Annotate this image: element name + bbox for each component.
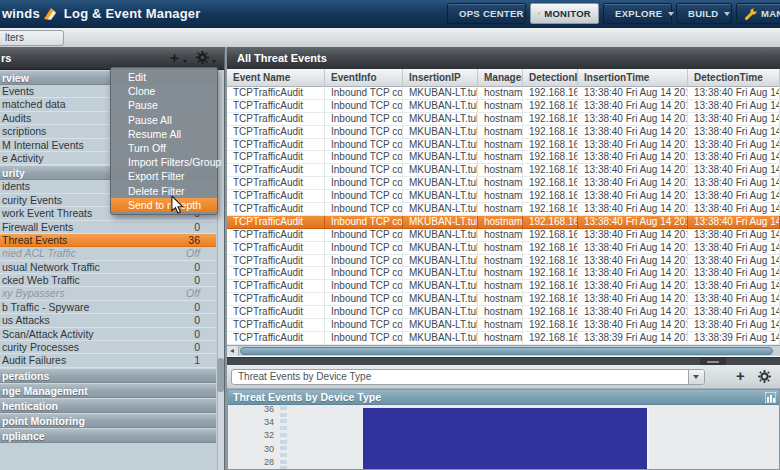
table-cell: TCPTrafficAudit: [227, 203, 325, 216]
table-cell: hostname-: [478, 190, 523, 203]
add-widget-button[interactable]: +: [736, 368, 745, 384]
table-cell: 13:38:40 Fri Aug 14 2015: [688, 319, 780, 332]
table-row[interactable]: TCPTrafficAuditInbound TCP connecMKUBAN-…: [227, 242, 780, 255]
table-row[interactable]: TCPTrafficAuditInbound TCP connecMKUBAN-…: [227, 113, 780, 126]
filter-group-header[interactable]: nge Management: [0, 383, 216, 398]
add-filter-button[interactable]: +: [170, 50, 179, 66]
table-cell: 13:38:40 Fri Aug 14 2015: [578, 255, 688, 268]
table-cell: hostname-: [478, 113, 523, 126]
table-cell: MKUBAN-LT.tul.s: [403, 177, 478, 190]
table-cell: 13:38:40 Fri Aug 14 2015: [578, 267, 688, 280]
table-cell: MKUBAN-LT.tul.s: [403, 280, 478, 293]
column-header[interactable]: DetectionTime: [688, 69, 780, 87]
column-header[interactable]: Event Name: [227, 69, 325, 87]
menu-item[interactable]: Pause All: [111, 113, 217, 127]
table-cell: Inbound TCP connec: [325, 139, 403, 152]
filters-gear-button[interactable]: [196, 51, 209, 67]
table-cell: 192.168.167.: [523, 87, 578, 100]
menu-item[interactable]: Import Filters/Group: [111, 155, 217, 169]
menu-item[interactable]: Turn Off: [111, 141, 217, 155]
hscroll-thumb[interactable]: [240, 347, 773, 355]
table-row[interactable]: TCPTrafficAuditInbound TCP connecMKUBAN-…: [227, 203, 780, 216]
table-row[interactable]: TCPTrafficAuditInbound TCP connecMKUBAN-…: [227, 319, 780, 332]
filter-group-header[interactable]: hentication: [0, 398, 216, 413]
widget-gear-button[interactable]: [758, 370, 771, 386]
column-header[interactable]: Manager: [478, 69, 523, 87]
menu-item[interactable]: Pause: [111, 98, 217, 112]
table-row[interactable]: TCPTrafficAuditInbound TCP connecMKUBAN-…: [227, 306, 780, 319]
table-row[interactable]: TCPTrafficAuditInbound TCP connecMKUBAN-…: [227, 229, 780, 242]
table-cell: 13:38:39 Fri Aug 14 2015: [578, 332, 688, 345]
filter-item[interactable]: Firewall Events0: [0, 221, 216, 234]
table-cell: MKUBAN-LT.tul.s: [403, 139, 478, 152]
table-row[interactable]: TCPTrafficAuditInbound TCP connecMKUBAN-…: [227, 255, 780, 268]
table-row[interactable]: TCPTrafficAuditInbound TCP connecMKUBAN-…: [227, 139, 780, 152]
table-row[interactable]: TCPTrafficAuditInbound TCP connecMKUBAN-…: [227, 151, 780, 164]
widget-selector[interactable]: Threat Events by Device Type: [231, 369, 705, 385]
filter-item[interactable]: cked Web Traffic0: [0, 274, 216, 287]
chart-panel: Threat Events by Device Type 3634323028: [227, 389, 780, 470]
chart-type-button[interactable]: [765, 392, 776, 406]
table-row[interactable]: TCPTrafficAuditInbound TCP connecMKUBAN-…: [227, 190, 780, 203]
table-cell: 192.168.167.: [523, 126, 578, 139]
table-cell: TCPTrafficAudit: [227, 177, 325, 190]
nav-manage-button[interactable]: MANA: [736, 3, 780, 24]
table-row[interactable]: TCPTrafficAuditInbound TCP connecMKUBAN-…: [227, 332, 780, 345]
nav-build-button[interactable]: BUILD: [676, 3, 732, 24]
menu-item[interactable]: Send to nDepth: [111, 198, 217, 212]
table-row[interactable]: TCPTrafficAuditInbound TCP connecMKUBAN-…: [227, 100, 780, 113]
filters-tab[interactable]: lters: [0, 30, 64, 46]
filter-item[interactable]: usual Network Traffic0: [0, 261, 216, 274]
filter-item[interactable]: curity Processes0: [0, 341, 216, 354]
filter-item[interactable]: Threat Events36: [0, 234, 216, 247]
table-row[interactable]: TCPTrafficAuditInbound TCP connecMKUBAN-…: [227, 126, 780, 139]
filter-count: 0: [194, 328, 200, 341]
filter-item[interactable]: Scan/Attack Activity0: [0, 328, 216, 341]
hscroll-left-arrow[interactable]: [227, 346, 239, 356]
table-cell: 192.168.167.: [523, 177, 578, 190]
panel-splitter[interactable]: [227, 357, 780, 365]
table-hscrollbar[interactable]: [227, 345, 780, 356]
menu-item[interactable]: Export Filter: [111, 169, 217, 183]
filter-count: 0: [194, 341, 200, 354]
filters-scrollbar-thumb[interactable]: [217, 358, 224, 392]
filter-item[interactable]: b Traffic - Spyware0: [0, 301, 216, 314]
table-cell: 13:38:40 Fri Aug 14 2015: [688, 306, 780, 319]
nav-explore-button[interactable]: EXPLORE: [603, 3, 672, 24]
table-row[interactable]: TCPTrafficAuditInbound TCP connecMKUBAN-…: [227, 216, 780, 229]
menu-item[interactable]: Resume All: [111, 127, 217, 141]
table-row[interactable]: TCPTrafficAuditInbound TCP connecMKUBAN-…: [227, 280, 780, 293]
filter-item[interactable]: us Attacks0: [0, 314, 216, 327]
column-header[interactable]: EventInfo: [325, 69, 403, 87]
filter-item[interactable]: Audit Failures1: [0, 354, 216, 367]
filters-scrollbar-track[interactable]: [217, 70, 225, 470]
table-row[interactable]: TCPTrafficAuditInbound TCP connecMKUBAN-…: [227, 293, 780, 306]
table-row[interactable]: TCPTrafficAuditInbound TCP connecMKUBAN-…: [227, 164, 780, 177]
table-cell: 13:38:40 Fri Aug 14 2015: [688, 126, 780, 139]
column-header[interactable]: DetectionIP: [523, 69, 578, 87]
table-row[interactable]: TCPTrafficAuditInbound TCP connecMKUBAN-…: [227, 87, 780, 100]
filter-label: matched data: [2, 98, 66, 110]
filter-group-header[interactable]: point Monitoring: [0, 413, 216, 428]
nav-ops-center-button[interactable]: OPS CENTER: [447, 3, 526, 24]
chevron-down-icon: [724, 12, 730, 16]
filter-group-header[interactable]: npliance: [0, 428, 216, 443]
table-cell: MKUBAN-LT.tul.s: [403, 113, 478, 126]
table-cell: 13:38:40 Fri Aug 14 2015: [688, 113, 780, 126]
table-cell: 192.168.167.: [523, 229, 578, 242]
filter-group-header[interactable]: perations: [0, 368, 216, 383]
nav-monitor-button[interactable]: MONITOR: [530, 3, 599, 24]
table-cell: 13:38:40 Fri Aug 14 2015: [688, 100, 780, 113]
menu-item[interactable]: Delete Filter: [111, 184, 217, 198]
dropdown-arrow-button[interactable]: [688, 370, 704, 384]
table-row[interactable]: TCPTrafficAuditInbound TCP connecMKUBAN-…: [227, 267, 780, 280]
column-header[interactable]: InsertionIP: [403, 69, 478, 87]
filter-item[interactable]: nied ACL TrafficOff: [0, 247, 216, 260]
column-header[interactable]: InsertionTime: [578, 69, 688, 87]
table-row[interactable]: TCPTrafficAuditInbound TCP connecMKUBAN-…: [227, 177, 780, 190]
filter-label: curity Processes: [2, 341, 79, 353]
table-cell: hostname-: [478, 293, 523, 306]
menu-item[interactable]: Clone: [111, 84, 217, 98]
filter-item[interactable]: xy BypassersOff: [0, 287, 216, 300]
menu-item[interactable]: Edit: [111, 70, 217, 84]
